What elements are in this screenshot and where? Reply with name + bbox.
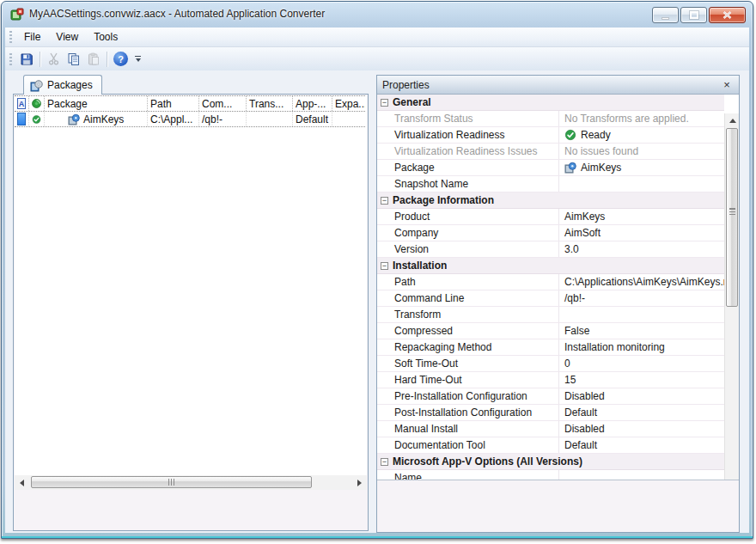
property-group-package-information[interactable]: − Package Information bbox=[377, 193, 724, 209]
properties-title: Properties bbox=[382, 79, 430, 91]
property-group-appv-options[interactable]: − Microsoft App-V Options (All Versions) bbox=[377, 454, 724, 470]
property-row[interactable]: Repackaging Method Installation monitori… bbox=[377, 339, 724, 356]
property-value[interactable] bbox=[559, 307, 724, 322]
property-row[interactable]: Product AimKeys bbox=[377, 209, 724, 225]
property-row[interactable]: Package AimKeys bbox=[377, 160, 724, 176]
menu-view[interactable]: View bbox=[48, 28, 86, 46]
help-icon: ? bbox=[113, 52, 128, 66]
property-row[interactable]: Snapshot Name bbox=[377, 176, 724, 193]
column-header-package[interactable]: Package bbox=[45, 96, 148, 111]
properties-panel: Properties × − General Transform Status … bbox=[376, 75, 740, 533]
property-row[interactable]: Command Line /qb!- bbox=[377, 290, 724, 307]
property-row[interactable]: Virtualization Readiness Ready bbox=[377, 127, 724, 144]
horizontal-scroll-track[interactable] bbox=[29, 475, 352, 490]
property-value[interactable]: False bbox=[559, 323, 724, 339]
menu-tools[interactable]: Tools bbox=[86, 28, 125, 46]
collapse-icon[interactable]: − bbox=[381, 197, 388, 205]
property-row[interactable]: Manual Install Disabled bbox=[377, 421, 724, 437]
property-value[interactable]: C:\Applications\AimKeys\AimKeys.r bbox=[559, 274, 724, 290]
property-group-general[interactable]: − General bbox=[377, 95, 724, 111]
properties-close-button[interactable]: × bbox=[720, 78, 734, 92]
property-value[interactable]: Disabled bbox=[559, 421, 724, 437]
scroll-up-button[interactable] bbox=[725, 113, 739, 127]
property-value[interactable]: 0 bbox=[559, 356, 724, 371]
save-button[interactable] bbox=[16, 49, 36, 69]
horizontal-scrollbar[interactable] bbox=[15, 475, 367, 490]
property-value[interactable]: Disabled bbox=[559, 388, 724, 404]
column-header-appv[interactable]: App-... bbox=[293, 96, 332, 111]
row-package-cell[interactable]: AimKeys bbox=[45, 112, 148, 126]
row-select-cell[interactable] bbox=[15, 112, 29, 126]
property-value[interactable]: Default bbox=[559, 405, 724, 420]
row-appv-cell[interactable]: Default bbox=[293, 112, 332, 126]
toolbar-overflow-button[interactable] bbox=[132, 49, 143, 69]
property-value[interactable] bbox=[559, 176, 724, 192]
column-header-expand[interactable]: Expa... bbox=[332, 96, 365, 111]
property-value[interactable]: AimSoft bbox=[559, 225, 724, 241]
property-label: Command Line bbox=[377, 290, 559, 306]
property-value[interactable]: Ready bbox=[559, 127, 724, 143]
collapse-icon[interactable]: − bbox=[381, 458, 388, 466]
property-value[interactable]: AimKeys bbox=[559, 209, 724, 224]
paste-button[interactable] bbox=[83, 49, 103, 69]
property-row[interactable]: Company AimSoft bbox=[377, 225, 724, 241]
property-label: Snapshot Name bbox=[377, 176, 559, 192]
column-header-command[interactable]: Com... bbox=[199, 96, 247, 111]
property-value[interactable]: /qb!- bbox=[559, 290, 724, 306]
vertical-scroll-thumb[interactable] bbox=[726, 128, 738, 307]
property-row[interactable]: Transform bbox=[377, 307, 724, 323]
property-value[interactable] bbox=[559, 470, 724, 480]
maximize-button[interactable] bbox=[680, 7, 707, 23]
collapse-icon[interactable]: − bbox=[381, 99, 388, 107]
row-transform-cell[interactable] bbox=[247, 112, 293, 126]
property-label: Path bbox=[377, 274, 559, 290]
table-row[interactable]: AimKeys C:\Appl... /qb!- Default bbox=[15, 112, 365, 127]
property-row[interactable]: Compressed False bbox=[377, 323, 724, 339]
property-value[interactable]: AimKeys bbox=[559, 160, 724, 175]
column-header-path[interactable]: Path bbox=[148, 96, 199, 111]
property-row[interactable]: Soft Time-Out 0 bbox=[377, 356, 724, 372]
help-button[interactable]: ? bbox=[111, 49, 131, 69]
row-command-cell[interactable]: /qb!- bbox=[199, 112, 247, 126]
property-value[interactable]: 15 bbox=[559, 372, 724, 388]
property-value[interactable]: Installation monitoring bbox=[559, 339, 724, 355]
property-value[interactable]: 3.0 bbox=[559, 241, 724, 257]
vertical-scrollbar[interactable] bbox=[724, 113, 739, 480]
package-name: AimKeys bbox=[83, 113, 124, 125]
menu-grip-icon[interactable] bbox=[9, 31, 12, 43]
toolbar-grip-icon[interactable] bbox=[9, 53, 12, 65]
property-row[interactable]: Pre-Installation Configuration Disabled bbox=[377, 388, 724, 405]
property-description-area bbox=[377, 480, 739, 532]
property-value[interactable]: Default bbox=[559, 437, 724, 453]
collapse-icon[interactable]: − bbox=[381, 262, 388, 270]
property-row[interactable]: Transform Status No Transforms are appli… bbox=[377, 111, 724, 127]
property-row[interactable]: Documentation Tool Default bbox=[377, 437, 724, 454]
tab-packages[interactable]: Packages bbox=[23, 75, 102, 95]
row-expand-cell[interactable] bbox=[332, 112, 365, 126]
property-row[interactable]: Virtualization Readiness Issues No issue… bbox=[377, 144, 724, 160]
minimize-button[interactable] bbox=[652, 7, 679, 23]
title-bar[interactable]: MyAACSettings.convwiz.aacx - Automated A… bbox=[2, 2, 753, 28]
column-header-readiness[interactable] bbox=[29, 96, 45, 111]
horizontal-scroll-thumb[interactable] bbox=[31, 476, 312, 488]
property-row[interactable]: Name bbox=[377, 470, 724, 480]
property-value[interactable]: No issues found bbox=[559, 144, 724, 159]
property-row[interactable]: Path C:\Applications\AimKeys\AimKeys.r bbox=[377, 274, 724, 290]
column-header-select[interactable]: A bbox=[15, 96, 29, 111]
row-path-cell[interactable]: C:\Appl... bbox=[148, 112, 199, 126]
copy-button[interactable] bbox=[64, 49, 83, 69]
scroll-left-button[interactable] bbox=[15, 475, 29, 490]
menu-file[interactable]: File bbox=[16, 28, 48, 46]
scroll-right-button[interactable] bbox=[352, 475, 367, 490]
filter-a-icon: A bbox=[17, 98, 26, 109]
property-group-installation[interactable]: − Installation bbox=[377, 258, 724, 274]
column-header-transform[interactable]: Trans... bbox=[247, 96, 293, 111]
property-row[interactable]: Version 3.0 bbox=[377, 241, 724, 258]
property-row[interactable]: Hard Time-Out 15 bbox=[377, 372, 724, 388]
property-row[interactable]: Post-Installation Configuration Default bbox=[377, 405, 724, 421]
row-status-cell[interactable] bbox=[29, 112, 45, 126]
package-list[interactable]: A Package Path Com... bbox=[15, 95, 367, 475]
cut-button[interactable] bbox=[44, 49, 64, 69]
close-button[interactable] bbox=[709, 7, 746, 23]
property-value[interactable]: No Transforms are applied. bbox=[559, 111, 724, 126]
